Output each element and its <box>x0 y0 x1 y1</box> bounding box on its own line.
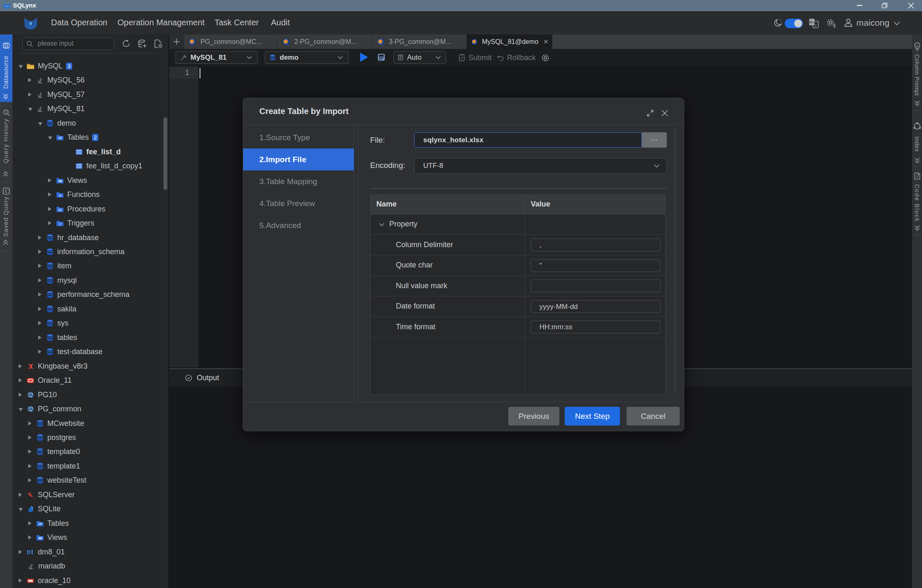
svg-text:S: S <box>916 175 918 178</box>
svg-text:y: y <box>815 23 817 27</box>
